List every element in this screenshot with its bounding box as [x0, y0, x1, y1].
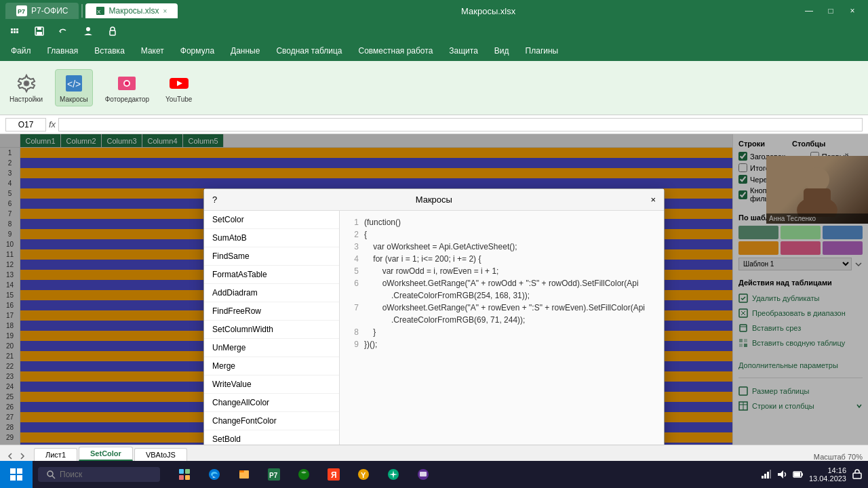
- svg-line-43: [52, 476, 55, 479]
- menu-insert[interactable]: Вставка: [86, 43, 133, 58]
- profile-toolbar-icon[interactable]: [79, 23, 98, 39]
- taskbar-chat-icon[interactable]: [410, 461, 437, 488]
- macro-dialog: ? Макросы × SetColorSumAtoBFindSameForma…: [203, 188, 665, 445]
- menu-formula[interactable]: Формула: [172, 43, 222, 58]
- save-toolbar-icon[interactable]: [30, 23, 49, 39]
- lock-toolbar-icon[interactable]: [103, 23, 122, 39]
- taskbar-browser2-icon[interactable]: Y: [350, 461, 377, 488]
- ribbon-youtube[interactable]: YouTube: [161, 70, 196, 106]
- menu-layout[interactable]: Макет: [133, 43, 172, 58]
- sheet-nav-prev-icon[interactable]: [5, 451, 15, 461]
- tab-close-icon[interactable]: ×: [163, 7, 167, 15]
- menu-file[interactable]: Файл: [3, 43, 39, 58]
- menu-home[interactable]: Главная: [39, 43, 87, 58]
- chat-icon: [417, 468, 429, 481]
- photo-label: Фоторедактор: [105, 96, 149, 103]
- macro-list-item[interactable]: UnMerge: [204, 339, 339, 357]
- dialog-title-bar: ? Макросы ×: [204, 189, 664, 211]
- code-line: 4 for (var i = 1; i<= 200; i += 2) {: [345, 253, 658, 265]
- ribbon-macros[interactable]: </> Макросы: [55, 69, 93, 106]
- svg-rect-61: [762, 476, 764, 479]
- svg-rect-8: [14, 31, 16, 33]
- home-toolbar-icon[interactable]: [5, 23, 24, 39]
- widgets-icon: [178, 468, 191, 481]
- menu-view[interactable]: Вид: [486, 43, 517, 58]
- macro-list-item[interactable]: AddDiadram: [204, 284, 339, 302]
- macro-list-item[interactable]: FindSame: [204, 247, 339, 266]
- sheet-nav-next-icon[interactable]: [18, 451, 27, 461]
- window-title: Макросы.xlsx: [178, 6, 799, 16]
- macros-label: Макросы: [60, 96, 88, 103]
- close-button[interactable]: ×: [842, 3, 863, 19]
- macro-list-item[interactable]: FormatAsTable: [204, 266, 339, 284]
- macro-list-item[interactable]: SetColumnWidth: [204, 321, 339, 339]
- macro-list-item[interactable]: WriteValue: [204, 375, 339, 394]
- taskbar-files-icon[interactable]: [231, 461, 258, 488]
- network-icon: [760, 469, 771, 480]
- svg-rect-50: [239, 470, 244, 472]
- maximize-button[interactable]: □: [821, 3, 841, 19]
- taskbar-yandex-icon[interactable]: Я: [320, 461, 347, 488]
- dialog-title-text: Макросы: [217, 195, 650, 205]
- sheet-tab-2[interactable]: SetColor: [79, 447, 133, 461]
- svg-text:X: X: [97, 9, 101, 15]
- taskbar-search-input[interactable]: [60, 470, 141, 479]
- macro-list-item[interactable]: Merge: [204, 357, 339, 375]
- formula-bar: O17 fx: [0, 115, 868, 134]
- taskbar-sparkle-icon[interactable]: [380, 461, 407, 488]
- app-icon-tab: Р7 Р7-ОФИС: [5, 3, 79, 19]
- svg-text:Y: Y: [361, 471, 366, 479]
- svg-point-15: [24, 81, 29, 86]
- menu-collab[interactable]: Совместная работа: [351, 43, 441, 58]
- taskbar-right: 14:16 13.04.2023: [760, 466, 868, 483]
- battery-icon: [793, 469, 804, 480]
- r7-taskbar-icon: Р7: [268, 468, 280, 481]
- taskbar-r7-icon[interactable]: Р7: [260, 461, 288, 488]
- menu-data[interactable]: Данные: [222, 43, 268, 58]
- sheet-tab-3[interactable]: VBAtoJS: [134, 448, 187, 461]
- macro-list-item[interactable]: SetColor: [204, 211, 339, 229]
- svg-rect-38: [10, 468, 16, 474]
- macro-list-item[interactable]: ChangeAllColor: [204, 394, 339, 412]
- formula-value-input[interactable]: [58, 118, 863, 131]
- macro-list-item[interactable]: SetBold: [204, 430, 339, 445]
- macro-list-item[interactable]: FindFreeRow: [204, 302, 339, 321]
- svg-rect-7: [11, 31, 13, 33]
- svg-rect-9: [16, 31, 18, 33]
- menu-pivot[interactable]: Сводная таблица: [268, 43, 350, 58]
- content-area: Column1 Column2 Column3 Column4 Column5 …: [0, 134, 868, 445]
- browser2-icon: Y: [357, 468, 370, 481]
- taskbar-widgets-icon[interactable]: [171, 461, 198, 488]
- start-button[interactable]: [0, 461, 33, 488]
- ribbon-settings[interactable]: Настройки: [5, 70, 47, 106]
- search-icon: [46, 470, 56, 479]
- macro-list-item[interactable]: SumAtoB: [204, 229, 339, 247]
- sparkle-icon: [387, 468, 399, 481]
- undo-toolbar-icon[interactable]: [54, 23, 73, 39]
- taskbar-xbox-icon[interactable]: [290, 461, 317, 488]
- file-tab[interactable]: X Макросы.xlsx ×: [85, 3, 178, 18]
- notification-icon[interactable]: [852, 469, 863, 480]
- taskbar-search-box[interactable]: [38, 467, 160, 482]
- svg-point-53: [298, 469, 309, 480]
- svg-rect-45: [185, 469, 190, 474]
- ribbon-photo[interactable]: Фоторедактор: [101, 70, 153, 106]
- menu-plugins[interactable]: Плагины: [517, 43, 567, 58]
- dialog-body: SetColorSumAtoBFindSameFormatAsTableAddD…: [204, 211, 664, 445]
- code-line: .CreateColorFromRGB(254, 168, 31));: [345, 289, 658, 302]
- taskbar-edge-icon[interactable]: [201, 461, 228, 488]
- formula-sign: fx: [49, 119, 56, 129]
- minimize-button[interactable]: —: [799, 3, 819, 19]
- sheet-tab-1[interactable]: Лист1: [34, 448, 77, 461]
- dialog-help-btn[interactable]: ?: [212, 195, 217, 205]
- quick-toolbar: [0, 22, 868, 41]
- macro-list-item[interactable]: ChangeFontColor: [204, 412, 339, 430]
- cell-reference-input[interactable]: O17: [5, 118, 46, 131]
- macro-list: SetColorSumAtoBFindSameFormatAsTableAddD…: [204, 211, 340, 445]
- dialog-close-btn[interactable]: ×: [650, 195, 656, 205]
- macro-code-editor[interactable]: 1(function()2{3 var oWorksheet = Api.Get…: [340, 211, 664, 445]
- svg-rect-4: [11, 28, 13, 30]
- xbox-icon: [298, 468, 310, 481]
- menu-protect[interactable]: Защита: [441, 43, 486, 58]
- dialog-overlay: ? Макросы × SetColorSumAtoBFindSameForma…: [0, 134, 868, 445]
